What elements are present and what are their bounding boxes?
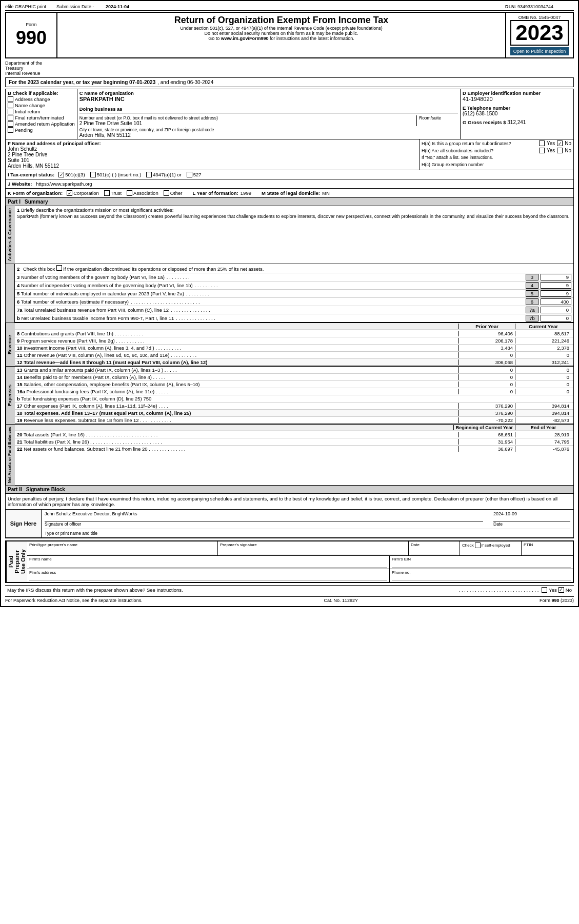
dln: DLN: 93493310034744 xyxy=(505,4,564,9)
sidebar-revenue: Revenue xyxy=(6,323,15,366)
line21: 21 Total liabilities (Part X, line 26) .… xyxy=(15,438,573,446)
net-assets-section: Net Assets or Fund Balances Beginning of… xyxy=(6,425,573,486)
submission-date: Submission Date - 2024-11-04 xyxy=(56,4,129,9)
ein-value: 41-1948020 xyxy=(463,96,571,102)
row-k: K Form of organization: Corporation Trus… xyxy=(6,189,573,198)
line22: 22 Net assets or fund balances. Subtract… xyxy=(15,446,573,452)
footer: For Paperwork Reduction Act Notice, see … xyxy=(5,596,574,603)
line13: 13 Grants and similar amounts paid (Part… xyxy=(15,367,573,374)
line4: 4 Number of independent voting members o… xyxy=(15,282,573,290)
sign-here-label: Sign Here xyxy=(6,510,42,537)
cb-amended-return: Amended return Application xyxy=(8,121,75,127)
expenses-section: Expenses 13 Grants and similar amounts p… xyxy=(6,367,573,425)
page: efile GRAPHIC print Submission Date - 20… xyxy=(0,0,579,607)
cb-pending: Pending xyxy=(8,127,75,133)
subtitle2: Do not enter social security numbers on … xyxy=(59,31,503,36)
line11: 11 Other revenue (Part VIII, column (A),… xyxy=(15,352,573,359)
line1-row: Activities & Governance 1 Briefly descri… xyxy=(6,206,573,264)
h-section: H(a) Is this a group return for subordin… xyxy=(420,139,573,170)
org-name-section: C Name of organization SPARKPATH INC Doi… xyxy=(77,89,461,139)
sidebar-net-assets: Net Assets or Fund Balances xyxy=(6,425,15,485)
line6: 6 Total number of volunteers (estimate i… xyxy=(15,298,573,306)
form-body: B Check if applicable: Address change Na… xyxy=(5,89,574,538)
cb-address-change: Address change xyxy=(8,96,75,102)
line16a: 16a Professional fundraising fees (Part … xyxy=(15,388,573,395)
line5: 5 Total number of individuals employed i… xyxy=(15,290,573,298)
form-990-box: Form 990 xyxy=(6,13,57,57)
line9: 9 Program service revenue (Part VIII, li… xyxy=(15,337,573,345)
header-right: OMB No. 1545-0047 2023 Open to Public In… xyxy=(506,13,573,57)
subtitle3: Go to www.irs.gov/Form990 for instructio… xyxy=(59,36,503,41)
check-applicable: B Check if applicable: Address change Na… xyxy=(6,89,77,139)
irs-discuss-row: May the IRS discuss this return with the… xyxy=(5,585,574,594)
phone-value: (612) 638-1500 xyxy=(463,111,571,116)
part1-header: Part I Summary xyxy=(6,198,573,206)
line15: 15 Salaries, other compensation, employe… xyxy=(15,381,573,388)
sidebar-expenses: Expenses xyxy=(6,367,15,424)
preparer-row2: Firm's name Firm's EIN xyxy=(27,556,573,569)
main-header: Form 990 Return of Organization Exempt F… xyxy=(5,12,574,58)
paid-preparer-side: Paid Preparer Use Only xyxy=(6,541,27,582)
revenue-col-headers: Prior Year Current Year xyxy=(15,323,573,330)
header-center: Return of Organization Exempt From Incom… xyxy=(57,13,506,57)
line20: 20 Total assets (Part X, line 16) . . . … xyxy=(15,431,573,438)
mission-text: SparkPath (formerly known as Success Bey… xyxy=(17,214,571,219)
ein-section: D Employer identification number 41-1948… xyxy=(461,89,573,139)
preparer-row1: Print/type preparer's name Preparer's si… xyxy=(27,541,573,556)
line2: 2 Check this box if the organization dis… xyxy=(15,264,573,273)
cb-initial-return: Initial return xyxy=(8,109,75,114)
part2-header: Part II Signature Block xyxy=(6,486,573,494)
cb-final-return: Final return/terminated xyxy=(8,115,75,120)
org-name: SPARKPATH INC xyxy=(79,96,458,102)
subtitle1: Under section 501(c), 527, or 4947(a)(1)… xyxy=(59,26,503,31)
row-fh: F Name and address of principal officer:… xyxy=(6,139,573,170)
row-abcd: B Check if applicable: Address change Na… xyxy=(6,89,573,139)
line12: 12 Total revenue—add lines 8 through 11 … xyxy=(15,359,573,366)
preparer-fields: Print/type preparer's name Preparer's si… xyxy=(27,541,573,582)
sig-officer-value: John Schultz Executive Director, BrightW… xyxy=(45,511,483,521)
form-title: Return of Organization Exempt From Incom… xyxy=(59,15,503,26)
tax-year-row: For the 2023 calendar year, or tax year … xyxy=(5,77,574,87)
header-top-bar: efile GRAPHIC print Submission Date - 20… xyxy=(5,4,574,11)
line16b: b Total fundraising expenses (Part IX, c… xyxy=(15,395,573,403)
dept-row: Department of the Treasury Internal Reve… xyxy=(5,61,574,76)
signature-block-text: Under penalties of perjury, I declare th… xyxy=(6,494,573,510)
line18: 18 Total expenses. Add lines 13–17 (must… xyxy=(15,410,573,417)
row-i: I Tax-exempt status: 501(c)(3) 501(c) ( … xyxy=(6,170,573,179)
line3: 3 Number of voting members of the govern… xyxy=(15,273,573,282)
gross-receipts: 312,241 xyxy=(507,119,526,125)
sig-date: 2024-10-09 xyxy=(493,511,570,521)
sign-fields: John Schultz Executive Director, BrightW… xyxy=(42,510,573,537)
lines2-7: 2 Check this box if the organization dis… xyxy=(6,264,573,323)
paid-preparer-section: Paid Preparer Use Only Print/type prepar… xyxy=(5,540,574,583)
net-assets-headers: Beginning of Current Year End of Year xyxy=(15,425,573,431)
revenue-header-row: Revenue Prior Year Current Year 8 Contri… xyxy=(6,323,573,367)
line7b: b Net unrelated business taxable income … xyxy=(15,314,573,323)
principal-officer: F Name and address of principal officer:… xyxy=(6,139,420,170)
line10: 10 Investment income (Part VIII, column … xyxy=(15,345,573,352)
sidebar-activities: Activities & Governance xyxy=(6,206,15,264)
line14: 14 Benefits paid to or for members (Part… xyxy=(15,374,573,381)
efile-label: efile GRAPHIC print xyxy=(5,4,46,9)
line7a: 7a Total unrelated business revenue from… xyxy=(15,306,573,314)
preparer-row3: Firm's address Phone no. xyxy=(27,569,573,582)
cb-name-change: Name change xyxy=(8,103,75,108)
line8: 8 Contributions and grants (Part VIII, l… xyxy=(15,330,573,337)
row-j: J Website: https://www.sparkpath.org xyxy=(6,179,573,189)
sign-here-section: Sign Here John Schultz Executive Directo… xyxy=(6,510,573,538)
line17: 17 Other expenses (Part IX, column (A), … xyxy=(15,403,573,410)
line19: 19 Revenue less expenses. Subtract line … xyxy=(15,417,573,424)
